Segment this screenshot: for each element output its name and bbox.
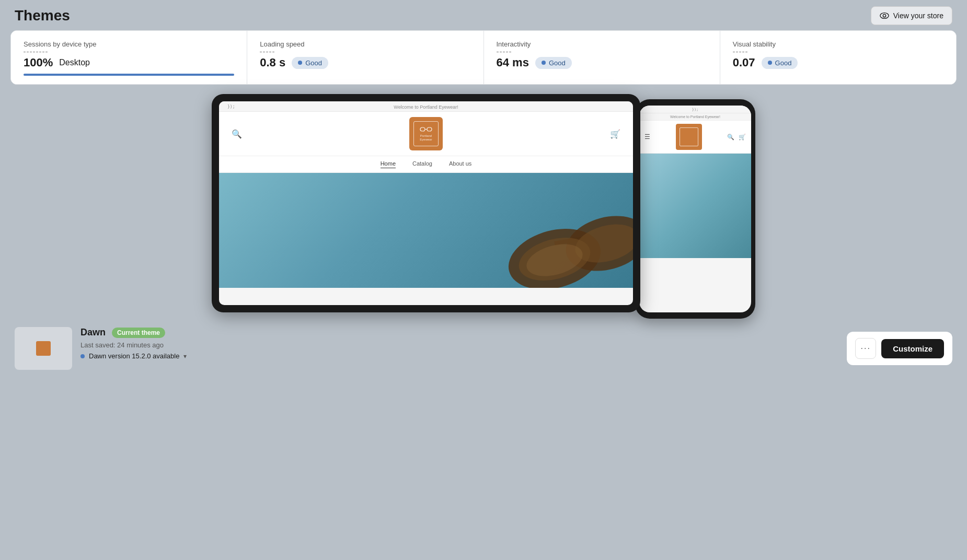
svg-point-1: [883, 14, 885, 17]
interactivity-badge-dot: [542, 61, 546, 65]
tablet-logo: PortlandEyewear: [409, 117, 443, 150]
metric-loading-value: 0.8 s: [260, 56, 285, 69]
metric-sessions-label: Sessions by device type: [24, 40, 234, 48]
metric-loading-label: Loading speed: [260, 40, 470, 48]
phone-screen: }); Welcome to Portland Eyewear! ☰ 🔍 🛒: [639, 106, 751, 312]
theme-name-row: Dawn Current theme: [80, 327, 187, 338]
theme-saved-text: Last saved: 24 minutes ago: [80, 341, 187, 349]
metric-dots: [24, 51, 234, 53]
theme-name: Dawn: [80, 327, 106, 338]
metric-sessions-main: 100%: [24, 56, 53, 69]
page-header: Themes View your store: [0, 0, 967, 30]
metric-stability-dots: [733, 51, 943, 53]
phone-cart-icon: 🛒: [739, 134, 746, 141]
tablet-address-bar: }); Welcome to Portland Eyewear!: [219, 101, 633, 112]
loading-badge: Good: [292, 57, 328, 69]
phone-mockup: }); Welcome to Portland Eyewear! ☰ 🔍 🛒: [635, 99, 755, 319]
theme-version-text: Dawn version 15.2.0 available: [89, 352, 179, 360]
eye-icon: [880, 11, 889, 20]
search-icon: 🔍: [232, 129, 242, 139]
tablet-store-name: Welcome to Portland Eyewear!: [394, 104, 458, 110]
metric-stability-value-row: 0.07 Good: [733, 56, 943, 69]
theme-left: Dawn Current theme Last saved: 24 minute…: [15, 327, 187, 370]
phone-store-name: Welcome to Portland Eyewear!: [639, 113, 751, 121]
nav-home: Home: [381, 160, 396, 168]
more-options-button[interactable]: ···: [855, 338, 876, 359]
view-store-label: View your store: [893, 11, 943, 20]
glasses-logo-icon: [420, 126, 432, 133]
theme-version-row: Dawn version 15.2.0 available ▾: [80, 352, 187, 360]
phone-search-icon: 🔍: [727, 134, 734, 141]
phone-nav: ☰ 🔍 🛒: [639, 121, 751, 154]
theme-thumbnail-inner: [15, 327, 72, 370]
metric-interactivity: Interactivity 64 ms Good: [484, 31, 720, 84]
metric-loading: Loading speed 0.8 s Good: [247, 31, 484, 84]
view-store-button[interactable]: View your store: [871, 6, 952, 25]
metric-loading-value-row: 0.8 s Good: [260, 56, 470, 69]
customize-button[interactable]: Customize: [881, 339, 944, 358]
tablet-screen: }); Welcome to Portland Eyewear! 🔍: [219, 101, 633, 305]
phone-logo-inner: [680, 127, 698, 146]
phone-hero: [639, 154, 751, 258]
metric-stability-value: 0.07: [733, 56, 755, 69]
chevron-down-icon[interactable]: ▾: [183, 353, 187, 360]
metric-sessions: Sessions by device type 100% Desktop: [11, 31, 247, 84]
tablet-frame: }); Welcome to Portland Eyewear! 🔍: [212, 94, 640, 312]
loading-badge-dot: [298, 61, 302, 65]
phone-frame: }); Welcome to Portland Eyewear! ☰ 🔍 🛒: [635, 99, 755, 319]
tablet-hero: [219, 173, 633, 288]
theme-info-bar: Dawn Current theme Last saved: 24 minute…: [0, 319, 967, 380]
metric-interactivity-value: 64 ms: [497, 56, 529, 69]
cart-icon: 🛒: [610, 129, 620, 139]
phone-code: });: [692, 108, 699, 112]
svg-rect-3: [427, 127, 432, 131]
svg-point-0: [880, 13, 889, 19]
loading-badge-label: Good: [305, 59, 322, 67]
phone-address-bar: });: [639, 106, 751, 113]
theme-details: Dawn Current theme Last saved: 24 minute…: [80, 327, 187, 360]
svg-rect-2: [420, 127, 425, 131]
metric-interactivity-dots: [497, 51, 707, 53]
phone-icons: 🔍 🛒: [727, 134, 746, 141]
metric-sessions-sub: Desktop: [59, 58, 90, 67]
progress-bar: [24, 74, 234, 76]
tablet-logo-inner: PortlandEyewear: [413, 121, 439, 146]
stability-badge-label: Good: [775, 59, 792, 67]
current-theme-badge: Current theme: [112, 328, 165, 338]
thumbnail-logo: [36, 341, 51, 356]
metric-stability-label: Visual stability: [733, 40, 943, 48]
metric-interactivity-value-row: 64 ms Good: [497, 56, 707, 69]
metric-stability: Visual stability 0.07 Good: [720, 31, 956, 84]
hamburger-icon: ☰: [644, 133, 650, 141]
preview-section: }); Welcome to Portland Eyewear! 🔍: [0, 85, 967, 319]
more-dots-icon: ···: [860, 344, 870, 353]
progress-bar-fill: [24, 74, 234, 76]
nav-about: About us: [449, 160, 471, 168]
metric-interactivity-label: Interactivity: [497, 40, 707, 48]
tablet-menu-links: Home Catalog About us: [219, 156, 633, 173]
page-title: Themes: [15, 7, 70, 24]
theme-thumbnail: [15, 327, 72, 370]
version-dot: [80, 354, 85, 358]
tablet-mockup: }); Welcome to Portland Eyewear! 🔍: [212, 94, 640, 312]
stability-badge-dot: [768, 61, 772, 65]
tablet-code-snippet: });: [227, 104, 235, 109]
phone-logo: [676, 124, 702, 150]
tablet-nav: 🔍 PortlandEyewear 🛒: [219, 112, 633, 156]
stability-badge: Good: [762, 57, 798, 69]
interactivity-badge-label: Good: [549, 59, 566, 67]
metrics-bar: Sessions by device type 100% Desktop Loa…: [10, 30, 957, 85]
interactivity-badge: Good: [535, 57, 572, 69]
glasses-hero-icon: [387, 176, 633, 288]
metric-loading-dots: [260, 51, 470, 53]
metric-sessions-value-row: 100% Desktop: [24, 56, 234, 69]
nav-catalog: Catalog: [412, 160, 432, 168]
theme-actions: ··· Customize: [847, 332, 952, 365]
